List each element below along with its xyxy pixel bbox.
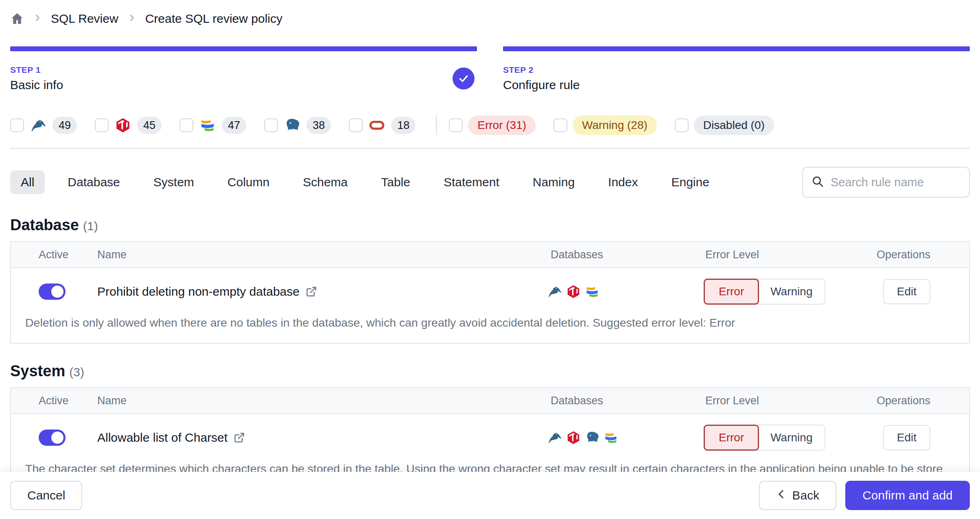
error-level-error-button[interactable]: Error [704, 279, 759, 305]
rule-engines-cell [541, 284, 696, 299]
level-filter-chip-error[interactable]: Error (31) [468, 116, 536, 135]
breadcrumb: SQL Review Create SQL review policy [10, 8, 970, 29]
level-filter-group: Disabled (0) [675, 116, 774, 135]
error-level-warning-button[interactable]: Warning [757, 425, 825, 451]
error-level-cell: ErrorWarning [696, 425, 866, 451]
search-icon [811, 175, 824, 190]
toggle-knob [51, 432, 63, 444]
error-level-warning-button[interactable]: Warning [757, 279, 825, 305]
engine-rule-count-badge: 18 [391, 117, 416, 134]
engine-rule-count-badge: 47 [222, 117, 246, 134]
breadcrumb-sql-review[interactable]: SQL Review [51, 12, 118, 26]
engine-filter-group: 47 [179, 117, 246, 134]
column-header-name: Name [97, 395, 541, 407]
mysql-icon [547, 430, 562, 445]
level-filter-group: Error (31) [449, 116, 536, 135]
engine-filter-checkbox[interactable] [179, 118, 193, 132]
section-count: (1) [83, 219, 98, 233]
tab-database[interactable]: Database [57, 170, 130, 194]
tab-engine[interactable]: Engine [661, 170, 720, 194]
engine-rule-count-badge: 45 [137, 117, 162, 134]
engine-rule-count-badge: 38 [306, 117, 331, 134]
operations-cell: Edit [866, 425, 969, 450]
level-filter-chip-warning[interactable]: Warning (28) [573, 116, 657, 135]
edit-button[interactable]: Edit [883, 279, 930, 304]
engine-filter-checkbox[interactable] [349, 118, 363, 132]
oceanbase-icon [604, 430, 618, 445]
toggle-knob [51, 286, 63, 298]
rule-engines-cell [541, 430, 696, 445]
step-2: STEP 2 Configure rule [503, 46, 970, 92]
tidb-icon [566, 430, 581, 445]
back-button[interactable]: Back [759, 481, 837, 510]
engine-filter-group: 49 [10, 117, 77, 134]
step-1-label: STEP 1 [10, 65, 63, 75]
error-level-cell: ErrorWarning [696, 279, 866, 305]
back-button-label: Back [792, 488, 820, 502]
external-link-icon[interactable] [306, 286, 317, 297]
search-box[interactable] [802, 167, 970, 198]
tab-all[interactable]: All [10, 170, 45, 194]
level-filter-chip-disabled[interactable]: Disabled (0) [694, 116, 774, 135]
tidb-icon [566, 284, 581, 299]
rule-table: ActiveNameDatabasesError LevelOperations… [10, 241, 970, 344]
rule-active-toggle[interactable] [39, 430, 66, 446]
search-input[interactable] [831, 176, 961, 189]
cancel-button[interactable]: Cancel [10, 481, 82, 510]
step-1-title: Basic info [10, 78, 63, 92]
engine-filter-group: 45 [95, 117, 162, 134]
tab-schema[interactable]: Schema [292, 170, 358, 194]
home-icon[interactable] [10, 12, 24, 26]
chevron-left-icon [776, 488, 787, 502]
tab-index[interactable]: Index [597, 170, 648, 194]
table-row: Allowable list of CharsetErrorWarningEdi… [11, 414, 969, 454]
external-link-icon[interactable] [234, 432, 245, 443]
postgres-icon [585, 430, 599, 445]
active-toggle-cell [11, 283, 97, 300]
active-toggle-cell [11, 430, 97, 446]
step-1-progress-bar [10, 46, 477, 51]
step-indicator: STEP 1 Basic info STEP 2 Configure rule [10, 46, 970, 92]
step-2-progress-bar [503, 46, 970, 51]
section-title-system: System(3) [10, 362, 970, 380]
tab-statement[interactable]: Statement [433, 170, 510, 194]
tab-column[interactable]: Column [217, 170, 280, 194]
level-filter-checkbox[interactable] [675, 118, 689, 132]
engine-filter-group: 18 [349, 117, 416, 134]
engine-filter-checkbox[interactable] [10, 118, 24, 132]
level-filter-checkbox[interactable] [449, 118, 463, 132]
level-filter-checkbox[interactable] [553, 118, 567, 132]
rule-name-link[interactable]: Allowable list of Charset [97, 431, 228, 445]
mysql-icon [547, 284, 562, 299]
table-row: Prohibit deleting non-empty databaseErro… [11, 268, 969, 308]
tab-system[interactable]: System [143, 170, 205, 194]
section-title-database: Database(1) [10, 216, 970, 234]
oceanbase-icon [585, 284, 599, 299]
rule-active-toggle[interactable] [39, 283, 66, 300]
column-header-active: Active [11, 249, 97, 261]
operations-cell: Edit [866, 279, 969, 304]
tab-table[interactable]: Table [370, 170, 421, 194]
engine-filter-group: 38 [264, 117, 331, 134]
mysql-icon [29, 117, 47, 133]
engine-filter-checkbox[interactable] [264, 118, 278, 132]
category-tabbar: AllDatabaseSystemColumnSchemaTableStatem… [10, 167, 970, 198]
oceanbase-icon [199, 117, 217, 133]
step-1: STEP 1 Basic info [10, 46, 477, 92]
level-filter-group: Warning (28) [553, 116, 657, 135]
table-header-row: ActiveNameDatabasesError LevelOperations [11, 242, 969, 268]
tab-naming[interactable]: Naming [522, 170, 585, 194]
breadcrumb-current-page: Create SQL review policy [145, 12, 282, 26]
rule-name-link[interactable]: Prohibit deleting non-empty database [97, 285, 300, 299]
postgres-icon [283, 117, 301, 133]
edit-button[interactable]: Edit [883, 425, 930, 450]
step-2-label: STEP 2 [503, 65, 580, 75]
step-1-completed-check-icon [453, 68, 475, 89]
confirm-and-add-button[interactable]: Confirm and add [845, 481, 970, 510]
column-header-databases: Databases [541, 395, 696, 407]
engine-filter-checkbox[interactable] [95, 118, 109, 132]
column-header-name: Name [97, 249, 541, 261]
filter-divider [436, 116, 437, 135]
column-header-operations: Operations [866, 395, 969, 407]
error-level-error-button[interactable]: Error [704, 425, 759, 451]
